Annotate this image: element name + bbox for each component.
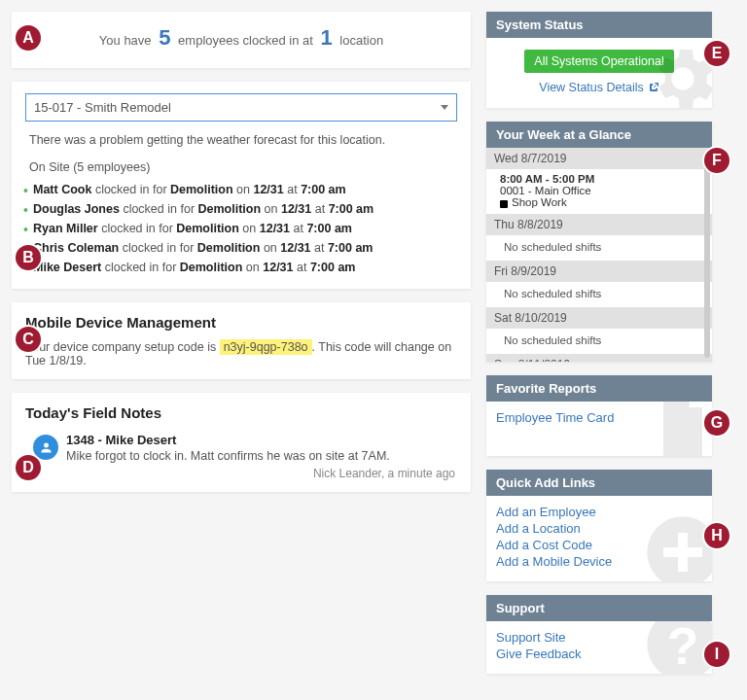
fav-reports-header: Favorite Reports — [486, 375, 712, 402]
add-cost-code-link[interactable]: Add a Cost Code — [496, 537, 702, 553]
no-shift: No scheduled shifts — [486, 235, 712, 261]
mdm-pre: Your device company setup code is — [25, 340, 220, 354]
clocked-summary-panel: You have 5 employees clocked in at 1 loc… — [12, 12, 471, 68]
status-link-label: View Status Details — [539, 81, 643, 94]
week-header: Your Week at a Glance — [486, 122, 712, 148]
chevron-down-icon — [441, 105, 448, 110]
callout-e: E — [702, 39, 731, 68]
onsite-panel: 15-017 - Smith Remodel There was a probl… — [12, 82, 471, 289]
callout-g: G — [702, 408, 731, 438]
favorite-reports-widget: Favorite Reports Employee Time Card — [486, 375, 712, 456]
employee-row: Chris Coleman clocked in for Demolition … — [25, 238, 457, 258]
project-select-value: 15-017 - Smith Remodel — [34, 100, 171, 115]
support-site-link[interactable]: Support Site — [496, 629, 702, 646]
weather-error: There was a problem getting the weather … — [25, 133, 457, 147]
quick-add-header: Quick Add Links — [486, 470, 712, 496]
week-glance-widget: Your Week at a Glance Wed 8/7/20198:00 A… — [486, 122, 712, 362]
day-header: Wed 8/7/2019 — [486, 148, 712, 169]
setup-code: n3yj-9qgp-738o — [220, 339, 312, 355]
day-header: Thu 8/8/2019 — [486, 214, 712, 235]
give-feedback-link[interactable]: Give Feedback — [496, 646, 702, 662]
employee-row: Mike Desert clocked in for Demolition on… — [25, 258, 457, 277]
no-shift: No scheduled shifts — [486, 282, 712, 307]
employee-row: Ryan Miller clocked in for Demolition on… — [25, 219, 457, 238]
support-header: Support — [486, 595, 712, 621]
note-body: Mike forgot to clock in. Matt confirms h… — [66, 449, 455, 463]
quick-add-widget: Quick Add Links Add an Employee Add a Lo… — [486, 470, 712, 581]
mdm-text: Your device company setup code is n3yj-9… — [25, 340, 457, 368]
system-status-header: System Status — [486, 12, 712, 38]
status-details-link[interactable]: View Status Details — [539, 81, 658, 94]
field-notes-panel: Today's Field Notes 1348 - Mike Desert M… — [12, 393, 471, 492]
onsite-heading: On Site (5 employees) — [25, 160, 457, 174]
callout-d: D — [14, 453, 43, 482]
location-count: 1 — [320, 25, 332, 50]
day-header: Fri 8/9/2019 — [486, 261, 712, 282]
callout-c: C — [14, 325, 43, 354]
callout-f: F — [702, 146, 731, 175]
employee-row: Douglas Jones clocked in for Demolition … — [25, 199, 457, 219]
shift-block: 8:00 AM - 5:00 PM0001 - Main OfficeShop … — [486, 169, 712, 214]
add-mobile-device-link[interactable]: Add a Mobile Device — [496, 553, 702, 570]
employee-row: Matt Cook clocked in for Demolition on 1… — [25, 180, 457, 199]
summary-suffix: location — [339, 33, 383, 48]
report-link[interactable]: Employee Time Card — [496, 409, 702, 426]
callout-b: B — [14, 243, 43, 272]
support-widget: Support ? Support Site Give Feedback — [486, 595, 712, 674]
callout-i: I — [702, 640, 731, 669]
add-location-link[interactable]: Add a Location — [496, 520, 702, 537]
employee-count: 5 — [159, 25, 170, 50]
summary-prefix: You have — [99, 33, 152, 48]
mdm-panel: Mobile Device Management Your device com… — [12, 302, 471, 379]
day-header: Sun 8/11/2019 — [486, 354, 712, 362]
note-meta: Nick Leander, a minute ago — [66, 467, 455, 480]
callout-a: A — [14, 23, 43, 52]
no-shift: No scheduled shifts — [486, 329, 712, 354]
status-badge: All Systems Operational — [524, 50, 673, 73]
callout-h: H — [702, 521, 731, 550]
external-link-icon — [648, 82, 659, 93]
field-notes-title: Today's Field Notes — [25, 404, 457, 421]
add-employee-link[interactable]: Add an Employee — [496, 504, 702, 520]
summary-mid: employees clocked in at — [178, 33, 313, 48]
day-header: Sat 8/10/2019 — [486, 307, 712, 329]
project-select[interactable]: 15-017 - Smith Remodel — [25, 93, 457, 122]
system-status-widget: System Status All Systems Operational Vi… — [486, 12, 712, 108]
scrollbar[interactable] — [704, 152, 710, 358]
mdm-title: Mobile Device Management — [25, 314, 457, 331]
note-title: 1348 - Mike Desert — [66, 433, 455, 447]
